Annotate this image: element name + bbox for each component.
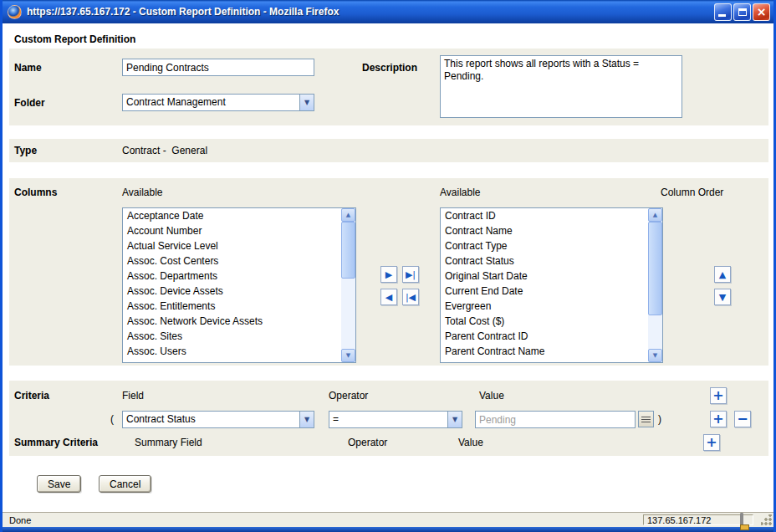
lock-icon[interactable] xyxy=(740,514,749,525)
status-host: 137.65.167.172 xyxy=(647,515,711,525)
scrollbar[interactable]: ▲ ▼ xyxy=(648,208,662,362)
cancel-button[interactable]: Cancel xyxy=(99,475,151,493)
criteria-field-value: Contract Status xyxy=(123,412,299,427)
column-order-label: Column Order xyxy=(661,187,723,198)
criteria-label: Criteria xyxy=(14,390,49,402)
close-icon: × xyxy=(757,6,767,18)
summary-operator-label: Operator xyxy=(348,437,387,448)
chevron-down-icon[interactable]: ▼ xyxy=(299,95,314,110)
description-label: Description xyxy=(362,62,417,74)
name-input[interactable] xyxy=(122,59,314,76)
minimize-icon xyxy=(718,14,726,17)
list-item[interactable]: Original Start Date xyxy=(441,269,648,284)
list-item[interactable]: Parent Contract ID xyxy=(441,329,648,344)
move-right-icon: ▶ xyxy=(385,270,392,279)
list-item[interactable]: Acceptance Date xyxy=(123,208,341,223)
column-order-up-button[interactable]: ▲ xyxy=(714,266,731,283)
summary-add-button[interactable]: + xyxy=(703,434,720,451)
list-item[interactable]: Evergreen xyxy=(441,299,648,314)
list-item[interactable]: Parent Contract Name xyxy=(441,344,648,359)
criteria-add-group-button[interactable]: + xyxy=(710,387,727,404)
plus-icon: + xyxy=(712,389,723,402)
arrow-down-icon: ▼ xyxy=(719,293,726,302)
scrollbar-thumb[interactable] xyxy=(341,222,355,279)
security-status-panel: 137.65.167.172 xyxy=(643,514,753,525)
move-right-button[interactable]: ▶ xyxy=(380,266,397,283)
list-item[interactable]: Assoc. Entitlements xyxy=(123,299,341,314)
maximize-icon xyxy=(738,8,747,16)
criteria-field-select[interactable]: Contract Status ▼ xyxy=(122,411,314,428)
plus-icon: + xyxy=(706,436,717,449)
chevron-down-icon[interactable]: ▼ xyxy=(299,412,314,427)
name-label: Name xyxy=(14,62,42,74)
page-title: Custom Report Definition xyxy=(14,33,135,45)
scroll-up-icon[interactable]: ▲ xyxy=(341,208,355,222)
criteria-operator-label: Operator xyxy=(329,390,368,402)
list-item[interactable]: Account Number xyxy=(123,223,341,238)
selected-columns-listbox[interactable]: Contract IDContract NameContract TypeCon… xyxy=(440,207,663,363)
minimize-button[interactable] xyxy=(714,3,732,21)
list-item[interactable]: Assoc. Cost Centers xyxy=(123,253,341,269)
selected-columns-label: Available xyxy=(440,187,480,198)
folder-label: Folder xyxy=(14,97,45,109)
value-lookup-button[interactable] xyxy=(638,411,654,427)
maximize-button[interactable] xyxy=(733,3,751,21)
list-item[interactable]: Contract Type xyxy=(441,238,648,253)
move-all-right-button[interactable]: ▶| xyxy=(402,266,419,283)
criteria-value-label: Value xyxy=(479,390,504,402)
scrollbar-thumb[interactable] xyxy=(648,222,662,315)
window-title: https://137.65.167.172 - Custom Report D… xyxy=(27,6,714,18)
available-columns-listbox[interactable]: Acceptance DateAccount NumberActual Serv… xyxy=(122,207,356,363)
folder-select[interactable]: Contract Management ▼ xyxy=(122,94,314,111)
chevron-down-icon[interactable]: ▼ xyxy=(447,412,462,427)
list-item[interactable]: Total Cost ($) xyxy=(441,314,648,329)
list-item[interactable]: Current End Date xyxy=(441,284,648,299)
scroll-down-icon[interactable]: ▼ xyxy=(648,349,662,362)
status-text: Done xyxy=(9,515,31,525)
summary-criteria-label: Summary Criteria xyxy=(14,437,98,448)
criteria-operator-select[interactable]: = ▼ xyxy=(329,411,462,428)
move-all-left-button[interactable]: |◀ xyxy=(402,289,419,305)
arrow-up-icon: ▲ xyxy=(719,270,726,279)
list-item[interactable]: Contract Name xyxy=(441,223,648,238)
window-frame-bottom xyxy=(3,527,773,532)
description-textarea[interactable]: This report shows all reports with a Sta… xyxy=(440,55,682,118)
criteria-remove-button[interactable]: − xyxy=(734,411,751,427)
move-left-icon: ◀ xyxy=(385,293,392,302)
criteria-field-label: Field xyxy=(122,390,144,402)
open-paren: ( xyxy=(110,413,114,425)
save-button[interactable]: Save xyxy=(37,475,81,493)
minus-icon: − xyxy=(737,412,748,426)
firefox-icon xyxy=(8,5,22,19)
list-item[interactable]: Assoc. Sites xyxy=(123,329,341,344)
list-item[interactable]: Contract ID xyxy=(441,208,648,223)
criteria-add-button[interactable]: + xyxy=(710,411,727,427)
list-item[interactable]: Assoc. Departments xyxy=(123,269,341,284)
scrollbar[interactable]: ▲ ▼ xyxy=(341,208,355,362)
list-item[interactable]: Assoc. Users xyxy=(123,344,341,359)
list-item[interactable]: Contract Status xyxy=(441,253,648,269)
folder-selected-value: Contract Management xyxy=(123,95,299,110)
move-all-left-icon: |◀ xyxy=(406,293,416,302)
status-bar: Done 137.65.167.172 xyxy=(3,512,773,527)
page-content: Custom Report Definition Name Descriptio… xyxy=(3,23,773,512)
list-item[interactable]: Assoc. Network Device Assets xyxy=(123,314,341,329)
criteria-value-input[interactable] xyxy=(475,411,636,428)
list-item[interactable]: Assoc. Device Assets xyxy=(123,284,341,299)
summary-field-label: Summary Field xyxy=(135,437,202,448)
move-left-button[interactable]: ◀ xyxy=(380,289,397,305)
scroll-down-icon[interactable]: ▼ xyxy=(341,349,355,362)
summary-value-label: Value xyxy=(458,437,483,448)
column-order-down-button[interactable]: ▼ xyxy=(714,289,731,305)
list-item[interactable]: Actual Service Level xyxy=(123,238,341,253)
plus-icon: + xyxy=(712,412,723,426)
close-button[interactable]: × xyxy=(753,3,770,21)
type-label: Type xyxy=(14,145,37,156)
columns-label: Columns xyxy=(14,187,57,198)
title-bar[interactable]: https://137.65.167.172 - Custom Report D… xyxy=(3,0,773,23)
close-paren: ) xyxy=(658,413,661,425)
resize-grip[interactable] xyxy=(761,514,772,525)
scroll-up-icon[interactable]: ▲ xyxy=(648,208,662,222)
available-columns-label: Available xyxy=(122,187,162,198)
criteria-operator-value: = xyxy=(329,412,447,427)
